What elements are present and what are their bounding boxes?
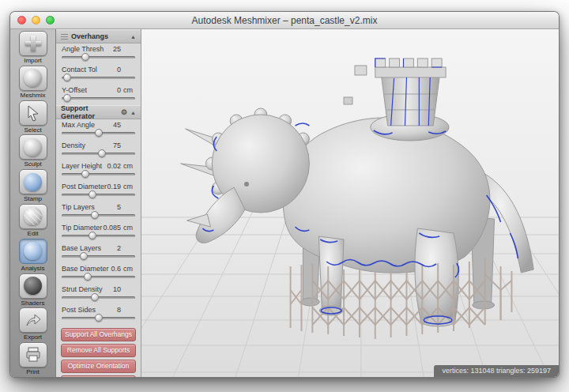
slider-value: 5 (117, 203, 121, 211)
tool-label: Import (24, 57, 42, 64)
sidebar-tool-select[interactable]: Select (13, 100, 54, 135)
slider-label: Tip Layers (62, 203, 117, 211)
slider-value: 2 (117, 244, 121, 252)
tool-sidebar: Import Meshmix Select Sculpt (10, 29, 56, 377)
slider-thumb[interactable] (95, 314, 103, 322)
sidebar-tool-import[interactable]: Import (13, 31, 54, 66)
slider-label: Contact Tol (62, 66, 117, 74)
slider-value: 8 (117, 306, 121, 314)
sidebar-tool-stamp[interactable]: Stamp (13, 169, 54, 204)
optimize-orientation-button[interactable]: Optimize Orientation (61, 360, 136, 373)
tool-label: Stamp (24, 195, 42, 202)
post-diameter-slider[interactable] (62, 194, 135, 196)
slider-value: 0 (117, 66, 121, 74)
collapse-icon[interactable]: ▲ (130, 34, 136, 40)
tool-label: Meshmix (20, 92, 45, 99)
shaders-sphere-icon (24, 277, 42, 295)
slider-thumb[interactable] (63, 94, 71, 102)
edit-sphere-icon (24, 207, 42, 225)
app-window: Autodesk Meshmixer – penta_castle_v2.mix… (9, 11, 560, 378)
slider-thumb[interactable] (98, 149, 106, 157)
y-offset-slider[interactable] (62, 97, 135, 100)
slider-thumb[interactable] (89, 190, 96, 198)
slider-thumb[interactable] (91, 293, 99, 301)
slider-value: 10 (113, 285, 121, 293)
overhangs-section-header[interactable]: Overhangs ▲ (56, 29, 141, 43)
sphere-icon (24, 69, 42, 87)
slider-thumb[interactable] (81, 170, 89, 178)
3d-viewport-canvas[interactable] (141, 29, 559, 377)
section-title: Overhangs (71, 32, 108, 40)
sidebar-tool-shaders[interactable]: Shaders (13, 273, 54, 308)
export-arrow-icon (24, 311, 43, 330)
properties-panel: Overhangs ▲ Angle Thresh 25 Contact Tol … (56, 29, 141, 377)
slider-thumb[interactable] (89, 232, 96, 239)
slider-row-strut-density: Strut Density 10 (56, 284, 141, 304)
slider-label: Y-Offset (62, 86, 117, 94)
tool-label: Select (24, 126, 41, 134)
cursor-arrow-icon (24, 104, 43, 122)
slider-thumb[interactable] (95, 129, 103, 137)
panel-actions: Support All Overhangs Remove All Support… (56, 325, 141, 377)
section-title: Support Generator (61, 104, 115, 120)
layer-height-slider[interactable] (62, 173, 135, 175)
tool-label: Edit (28, 230, 39, 237)
slider-label: Layer Height (62, 162, 107, 170)
sidebar-tool-export[interactable]: Export (13, 307, 54, 342)
slider-unit: cm (123, 162, 135, 170)
slider-label: Post Sides (62, 306, 117, 314)
slider-unit: cm (123, 224, 135, 232)
slider-thumb[interactable] (80, 252, 88, 260)
viewport[interactable]: vertices: 131048 triangles: 259197 (141, 29, 559, 377)
contact-tol-slider[interactable] (62, 77, 135, 79)
strut-density-slider[interactable] (62, 296, 135, 299)
slider-row-density: Density 75 (56, 140, 141, 160)
plus-icon (25, 36, 41, 51)
slider-row-post-diameter: Post Diameter 0.19 cm (56, 181, 141, 202)
slider-thumb[interactable] (84, 273, 92, 281)
status-bar: vertices: 131048 triangles: 259197 (434, 365, 559, 377)
sidebar-tool-meshmix[interactable]: Meshmix (13, 66, 54, 100)
tool-label: Print (26, 368, 39, 375)
base-layers-slider[interactable] (62, 255, 135, 258)
slider-label: Tip Diameter (62, 224, 103, 232)
gear-icon[interactable]: ⚙ (121, 108, 127, 116)
sidebar-tool-print[interactable]: Print (13, 342, 54, 377)
tool-label: Shaders (21, 300, 45, 307)
slider-label: Density (62, 141, 113, 149)
support-all-overhangs-button[interactable]: Support All Overhangs (61, 328, 136, 341)
slider-value: 0.085 (103, 224, 121, 232)
slider-thumb[interactable] (81, 53, 89, 61)
post-sides-slider[interactable] (62, 317, 135, 319)
printer-icon (24, 345, 43, 364)
remove-all-supports-button[interactable]: Remove All Supports (61, 344, 136, 357)
support-generator-section-header[interactable]: Support Generator ⚙ ▲ (56, 105, 141, 119)
tool-label: Export (24, 334, 42, 341)
collapse-icon[interactable]: ▲ (130, 110, 136, 115)
slider-label: Angle Thresh (62, 45, 113, 53)
max-angle-slider[interactable] (62, 132, 135, 134)
slider-row-layer-height: Layer Height 0.02 cm (56, 160, 141, 181)
analysis-sphere-icon (24, 242, 42, 260)
slider-unit: cm (123, 86, 135, 94)
sidebar-tool-analysis[interactable]: Analysis (13, 239, 54, 273)
slider-row-max-angle: Max Angle 45 (56, 119, 141, 140)
slider-thumb[interactable] (91, 211, 99, 219)
window-title: Autodesk Meshmixer – penta_castle_v2.mix (10, 15, 559, 26)
tip-diameter-slider[interactable] (62, 235, 135, 237)
slider-label: Max Angle (62, 121, 113, 129)
stamp-sphere-icon (24, 173, 42, 191)
slider-row-tip-diameter: Tip Diameter 0.085 cm (56, 222, 141, 243)
angle-thresh-slider[interactable] (62, 56, 135, 58)
done-button[interactable]: Done (61, 375, 136, 377)
slider-thumb[interactable] (63, 74, 71, 81)
tip-layers-slider[interactable] (62, 214, 135, 217)
slider-label: Strut Density (62, 285, 113, 293)
density-slider[interactable] (62, 153, 135, 155)
sidebar-tool-edit[interactable]: Edit (13, 204, 54, 239)
base-diameter-slider[interactable] (62, 276, 135, 278)
slider-value: 0.19 (107, 183, 121, 190)
slider-unit: cm (123, 183, 135, 190)
sidebar-tool-sculpt[interactable]: Sculpt (13, 134, 54, 169)
tool-label: Analysis (21, 265, 45, 272)
